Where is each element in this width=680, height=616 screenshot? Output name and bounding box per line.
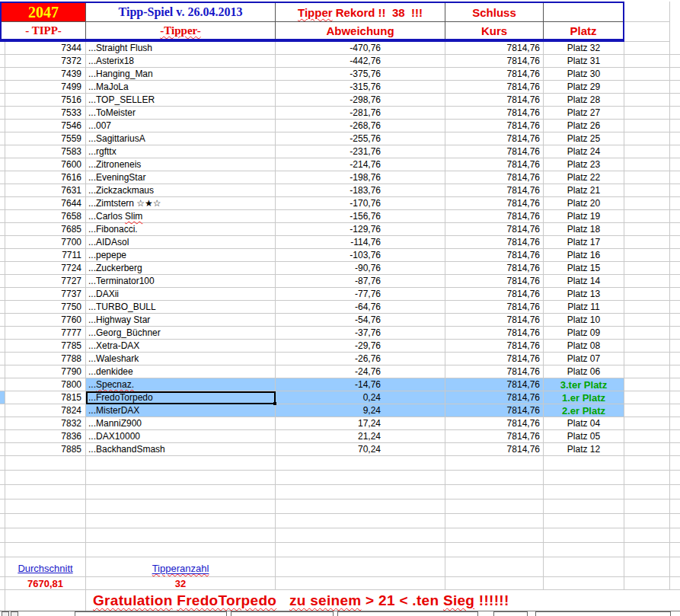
cell-abweichung[interactable]: -29,76: [276, 340, 445, 353]
schluss-cell[interactable]: Schluss: [445, 3, 544, 22]
cell-a[interactable]: [0, 314, 5, 327]
cell-tipp[interactable]: 7533: [5, 107, 86, 120]
cell-extra2[interactable]: [670, 577, 680, 590]
cell-kurs[interactable]: 7814,76: [445, 314, 544, 327]
cell-a[interactable]: [0, 528, 5, 543]
cell-extra[interactable]: [624, 81, 670, 94]
cell-abweichung[interactable]: [276, 485, 445, 500]
cell-tipper[interactable]: ...MisterDAX: [86, 404, 276, 417]
cell-abweichung[interactable]: [276, 456, 445, 471]
cell-tipp[interactable]: 7546: [5, 120, 86, 132]
sheet-nav-button[interactable]: [2, 611, 9, 616]
cell-tipper[interactable]: ...ManniZ900: [86, 417, 276, 430]
cell-extra2[interactable]: [670, 391, 680, 404]
cell-abweichung[interactable]: [276, 500, 445, 514]
cell-platz[interactable]: Platz 30: [544, 68, 624, 81]
cell-extra2[interactable]: [670, 197, 680, 210]
col-header-platz[interactable]: Platz: [544, 22, 623, 39]
cell-a[interactable]: [0, 471, 5, 485]
tipperanzahl-value-cell[interactable]: 32: [86, 577, 276, 590]
cell-abweichung[interactable]: 9,24: [276, 404, 445, 417]
cell-platz[interactable]: Platz 07: [544, 353, 624, 365]
cell-a[interactable]: [0, 430, 5, 443]
cell-abweichung[interactable]: -214,76: [276, 158, 445, 171]
cell-abweichung[interactable]: -114,76: [276, 236, 445, 249]
cell-tipp[interactable]: 7583: [5, 145, 86, 158]
cell-platz[interactable]: [544, 528, 624, 543]
cell-tipp[interactable]: 7727: [5, 275, 86, 288]
cell-abweichung[interactable]: [276, 471, 445, 485]
cell-abweichung[interactable]: -281,76: [276, 107, 445, 120]
cell-extra[interactable]: [624, 365, 670, 378]
game-number-cell[interactable]: 2047: [2, 3, 86, 22]
cell-platz[interactable]: Platz 22: [544, 171, 624, 184]
cell-extra2[interactable]: [670, 81, 680, 94]
cell-platz[interactable]: 3.ter Platz: [544, 378, 624, 391]
cell-a[interactable]: [0, 120, 5, 132]
cell-abweichung[interactable]: -170,76: [276, 197, 445, 210]
cell-kurs[interactable]: 7814,76: [445, 378, 544, 391]
cell-kurs[interactable]: 7814,76: [445, 443, 544, 456]
cell-a[interactable]: [0, 55, 5, 68]
cell-extra[interactable]: [624, 236, 670, 249]
cell-abweichung[interactable]: -198,76: [276, 171, 445, 184]
cell-platz[interactable]: Platz 06: [544, 365, 624, 378]
cell-extra[interactable]: [624, 158, 670, 171]
cell-platz[interactable]: [544, 500, 624, 514]
cell-extra2[interactable]: [670, 55, 680, 68]
cell-extra[interactable]: [624, 68, 670, 81]
cell-abweichung[interactable]: -255,76: [276, 132, 445, 145]
cell-abweichung[interactable]: [276, 577, 445, 590]
cell-extra[interactable]: [624, 145, 670, 158]
cell-abweichung[interactable]: -375,76: [276, 68, 445, 81]
header-empty-cell[interactable]: [544, 3, 623, 22]
cell-a[interactable]: [0, 171, 5, 184]
cell-extra[interactable]: [624, 577, 670, 590]
cell-extra[interactable]: [624, 223, 670, 236]
cell-extra2[interactable]: [670, 443, 680, 456]
cell-a[interactable]: [0, 184, 5, 197]
cell-platz[interactable]: Platz 12: [544, 443, 624, 456]
cell-kurs[interactable]: 7814,76: [445, 391, 544, 404]
cell-abweichung[interactable]: -64,76: [276, 301, 445, 314]
cell-platz[interactable]: Platz 05: [544, 430, 624, 443]
cell-extra2[interactable]: [670, 404, 680, 417]
cell-tipper[interactable]: ...Highway Star: [86, 314, 276, 327]
cell-a[interactable]: [0, 391, 5, 404]
cell-abweichung[interactable]: -156,76: [276, 210, 445, 223]
cell-tipp[interactable]: 7644: [5, 197, 86, 210]
cell-a[interactable]: [0, 275, 5, 288]
cell-extra[interactable]: [624, 443, 670, 456]
cell-extra[interactable]: [624, 471, 670, 485]
cell-a[interactable]: [0, 353, 5, 365]
cell-abweichung[interactable]: -298,76: [276, 94, 445, 107]
cell-extra[interactable]: [624, 340, 670, 353]
cell-tipp[interactable]: 7785: [5, 340, 86, 353]
cell-kurs[interactable]: 7814,76: [445, 81, 544, 94]
cell-abweichung[interactable]: -470,76: [276, 42, 445, 55]
cell-tipp[interactable]: 7516: [5, 94, 86, 107]
cell-kurs[interactable]: 7814,76: [445, 184, 544, 197]
cell-platz[interactable]: 1.er Platz: [544, 391, 624, 404]
cell-tipper[interactable]: ...BackhandSmash: [86, 443, 276, 456]
cell-extra[interactable]: [624, 288, 670, 301]
cell-tipper[interactable]: ...ToMeister: [86, 107, 276, 120]
cell-extra[interactable]: [624, 210, 670, 223]
cell-tipp[interactable]: 7800: [5, 378, 86, 391]
cell-platz[interactable]: Platz 08: [544, 340, 624, 353]
cell-extra[interactable]: [624, 528, 670, 543]
sheet-tab[interactable]: [337, 611, 478, 616]
cell-platz[interactable]: Platz 27: [544, 107, 624, 120]
cell-tipp[interactable]: [5, 514, 86, 528]
cell-platz[interactable]: Platz 31: [544, 55, 624, 68]
durchschnitt-value-cell[interactable]: 7670,81: [5, 577, 86, 590]
durchschnitt-label-cell[interactable]: Durchschnitt: [5, 557, 86, 577]
cell-extra[interactable]: [624, 391, 670, 404]
cell-tipp[interactable]: 7760: [5, 314, 86, 327]
cell-extra[interactable]: [624, 456, 670, 471]
cell-extra[interactable]: [624, 485, 670, 500]
cell-tipper[interactable]: [86, 514, 276, 528]
record-cell[interactable]: Tipper Rekord !! 38 !!!: [276, 3, 445, 22]
cell-extra[interactable]: [624, 378, 670, 391]
cell-tipper[interactable]: ...EveningStar: [86, 171, 276, 184]
